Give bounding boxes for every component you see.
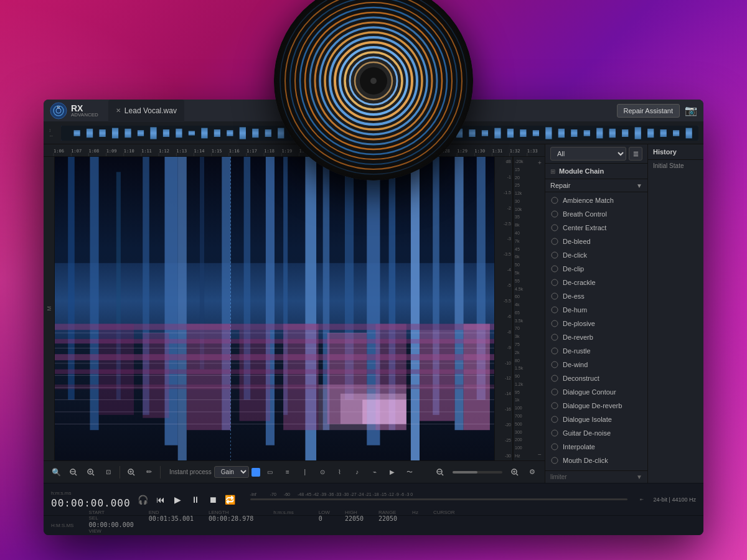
waveform-btn[interactable]: 〜 [402, 465, 417, 480]
repair-assistant-button[interactable]: Repair Assistant [617, 104, 680, 118]
svg-rect-34 [201, 128, 207, 138]
process-btn[interactable]: ▶ [385, 465, 400, 480]
zoom-controls: + − [535, 157, 545, 460]
sel-start-value: 00:00:00.000 [88, 521, 133, 528]
transport-bar[interactable]: -Inf -70 -60 -48 -45 -42 -39 -36 -33 -30… [250, 498, 627, 500]
menu-item-ambience-match[interactable]: Ambience Match [545, 194, 647, 207]
menu-item-de-ess[interactable]: De-ess [545, 289, 647, 303]
lasso-select[interactable]: ⊙ [315, 465, 330, 480]
menu-item-de-rustle[interactable]: De-rustle [545, 344, 647, 358]
svg-point-211 [552, 389, 558, 395]
harmonic-select[interactable]: ♪ [350, 465, 365, 480]
zoom-fit-button[interactable] [83, 465, 98, 480]
svg-point-197 [552, 197, 558, 203]
time-select[interactable]: | [298, 465, 312, 480]
tab-close[interactable]: ✕ [116, 107, 121, 114]
zoom-reset-button[interactable]: ⊡ [101, 465, 116, 480]
zoom-in-freq[interactable]: + [538, 159, 542, 166]
zoom-in-time[interactable] [124, 465, 139, 480]
right-panel: All ☰ ⊞ Module Chain Repair ▼ Am [545, 144, 647, 483]
svg-line-180 [75, 474, 77, 475]
filter-select[interactable]: All [550, 147, 626, 161]
svg-line-183 [93, 474, 95, 475]
zoom-in-button[interactable]: 🔍 [49, 465, 63, 480]
pencil-tool[interactable]: ✏ [141, 465, 156, 480]
smart-select[interactable]: ⌁ [367, 465, 382, 480]
menu-item-dialogue-isolate[interactable]: Dialogue Isolate [545, 413, 647, 426]
svg-point-201 [552, 252, 558, 258]
repair-dropdown-arrow[interactable]: ▼ [636, 182, 642, 189]
history-initial-state[interactable]: Initial State [648, 160, 703, 172]
svg-rect-35 [214, 129, 220, 137]
menu-item-de-crackle[interactable]: De-crackle [545, 276, 647, 289]
menu-item-de-plosive[interactable]: De-plosive [545, 317, 647, 330]
spectrogram-display[interactable] [55, 157, 494, 460]
loop-btn[interactable]: 🔁 [223, 492, 238, 507]
expand-meter[interactable]: ⇤ [640, 497, 644, 502]
menu-item-label: Ambience Match [563, 197, 614, 204]
settings-btn[interactable]: ⚙ [525, 465, 540, 480]
svg-rect-64 [584, 130, 590, 136]
menu-item-guitar-de-noise[interactable]: Guitar De-noise [545, 426, 647, 440]
play-btn[interactable]: ▶ [171, 492, 186, 507]
instant-process-select[interactable]: Gain [214, 466, 249, 478]
pause-btn[interactable]: ⏸ [188, 492, 203, 507]
menu-item-deconstruct[interactable]: Deconstruct [545, 371, 647, 385]
menu-item-de-wind[interactable]: De-wind [545, 358, 647, 371]
svg-point-203 [552, 279, 558, 286]
menu-item-label: De-bleed [563, 238, 591, 245]
menu-item-breath-control[interactable]: Breath Control [545, 207, 647, 221]
menu-item-dialogue-contour[interactable]: Dialogue Contour [545, 385, 647, 399]
menu-item-de-click[interactable]: De-click [545, 248, 647, 262]
scroll-down-icon[interactable]: ▼ [636, 474, 642, 480]
menu-item-mouth-de-click[interactable]: Mouth De-click [545, 454, 647, 467]
menu-item-interpolate[interactable]: Interpolate [545, 440, 647, 454]
logo-advanced: ADVANCED [71, 113, 98, 118]
svg-point-199 [552, 225, 558, 231]
svg-rect-26 [99, 129, 105, 137]
svg-point-210 [552, 375, 558, 381]
zoom-slider[interactable] [453, 471, 502, 474]
module-chain-label: Module Chain [559, 167, 604, 175]
svg-text:1:16: 1:16 [229, 149, 240, 154]
menu-item-de-reverb[interactable]: De-reverb [545, 330, 647, 344]
menu-item-de-bleed[interactable]: De-bleed [545, 235, 647, 248]
menu-item-icon [550, 319, 559, 328]
svg-point-204 [552, 293, 558, 299]
zoom-out-button[interactable] [66, 465, 81, 480]
menu-item-icon [550, 347, 559, 355]
svg-rect-32 [176, 128, 182, 137]
stop-btn[interactable]: ⏹ [205, 492, 220, 507]
svg-point-200 [552, 238, 558, 245]
headphones-btn[interactable]: 🎧 [136, 492, 151, 507]
svg-point-205 [552, 307, 558, 313]
svg-text:1:31: 1:31 [492, 149, 502, 154]
svg-rect-24 [73, 130, 80, 136]
sel-label: Sel [88, 515, 133, 521]
svg-text:1:14: 1:14 [194, 149, 205, 154]
menu-item-de-hum[interactable]: De-hum [545, 303, 647, 317]
high-label: High [345, 510, 364, 515]
menu-item-dialogue-de-reverb[interactable]: Dialogue De-reverb [545, 399, 647, 413]
zoom-in-right[interactable] [507, 465, 522, 480]
freq-select[interactable]: ≡ [280, 465, 295, 480]
playback-time-section: h:m:s.ms 00:00:00.000 [51, 490, 131, 509]
camera-icon[interactable]: 📷 [685, 105, 697, 116]
color-1[interactable] [251, 468, 260, 477]
zoom-out-right[interactable] [433, 465, 448, 480]
list-icon-btn[interactable]: ☰ [629, 147, 642, 161]
file-tab[interactable]: ✕ Lead Vocal.wav [108, 100, 184, 122]
svg-text:1:11: 1:11 [141, 149, 152, 154]
low-value: 0 [319, 515, 330, 522]
go-start-btn[interactable]: ⏮ [153, 492, 168, 507]
mono-label: M [44, 157, 55, 460]
menu-item-center-extract[interactable]: Center Extract [545, 221, 647, 235]
zoom-out-freq[interactable]: − [538, 451, 542, 458]
hms-format-label: h:m:s.ms [273, 510, 293, 535]
svg-text:1:08: 1:08 [88, 149, 99, 154]
svg-text:1:17: 1:17 [247, 149, 257, 154]
menu-item-icon [550, 374, 559, 383]
brush-tool[interactable]: ⌇ [332, 465, 347, 480]
rect-select[interactable]: ▭ [263, 465, 278, 480]
menu-item-de-clip[interactable]: De-clip [545, 262, 647, 276]
